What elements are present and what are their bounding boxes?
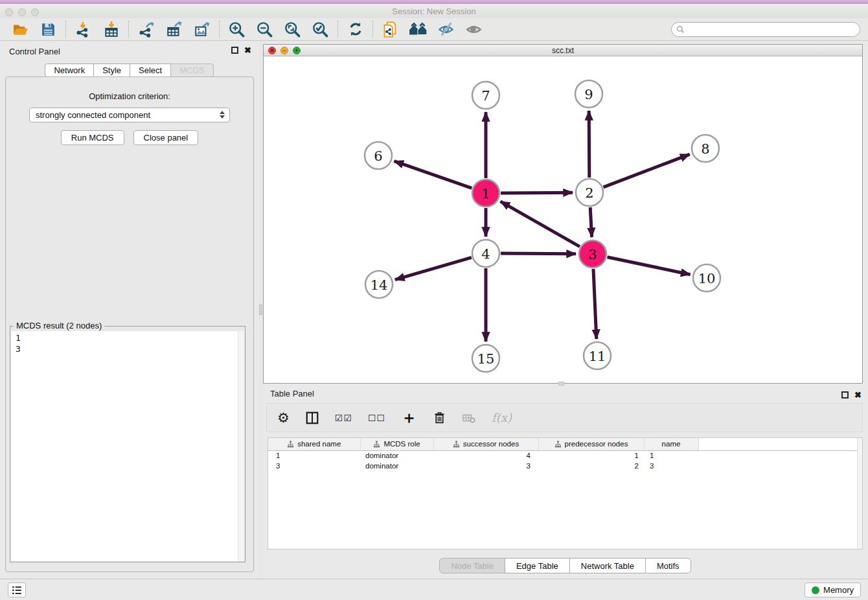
memory-button[interactable]: Memory xyxy=(805,583,861,597)
graph-node-label: 10 xyxy=(698,271,716,286)
float-panel-icon[interactable] xyxy=(841,391,849,398)
import-network-button[interactable] xyxy=(69,19,97,39)
table-cell[interactable]: 3 xyxy=(433,461,538,471)
delete-table-icon xyxy=(462,411,476,425)
graph-edge-2-9[interactable] xyxy=(589,111,589,178)
toolbar-separator xyxy=(372,21,373,38)
table-tab-bar: Node Table Edge Table Network Table Moti… xyxy=(263,558,868,573)
network-canvas[interactable]: 7968124314101511 xyxy=(264,57,862,383)
close-panel-icon[interactable]: ✖ xyxy=(854,391,862,398)
table-settings-button[interactable]: ⚙ xyxy=(277,411,290,424)
export-table-button[interactable] xyxy=(160,19,188,39)
graph-edge-3-1[interactable] xyxy=(501,202,580,247)
table-row[interactable]: 3dominator323 xyxy=(268,461,862,471)
float-panel-icon[interactable] xyxy=(231,47,238,54)
column-header-mcds-role[interactable]: MCDS role xyxy=(360,438,433,450)
toolbar-separator xyxy=(219,21,220,38)
graph-node-label: 9 xyxy=(584,87,593,102)
delete-table-button[interactable] xyxy=(462,411,476,425)
network-window-titlebar[interactable]: ✕ − + scc.txt xyxy=(264,45,862,56)
tab-edge-table[interactable]: Edge Table xyxy=(505,558,570,573)
memory-status-icon xyxy=(812,586,819,594)
table-panel-title: Table Panel xyxy=(270,389,314,398)
column-header-predecessor-nodes[interactable]: predecessor nodes xyxy=(538,438,644,450)
save-session-button[interactable] xyxy=(34,19,62,39)
control-panel-title: Control Panel xyxy=(9,47,60,56)
column-header-successor-nodes[interactable]: successor nodes xyxy=(433,438,538,450)
home-button[interactable] xyxy=(404,19,432,39)
zoom-out-button[interactable] xyxy=(251,19,279,39)
window-title: Session: New Session xyxy=(0,6,868,16)
graph-edge-1-2[interactable] xyxy=(501,192,573,193)
save-floppy-icon xyxy=(40,21,56,38)
function-builder-button[interactable]: f(x) xyxy=(492,411,512,424)
column-header-name[interactable]: name xyxy=(644,438,698,450)
zoom-selected-icon xyxy=(312,21,329,38)
close-panel-button[interactable]: Close panel xyxy=(133,130,199,145)
mcds-result-text[interactable]: 1 3 xyxy=(11,331,238,561)
tab-mcds[interactable]: MCDS xyxy=(170,63,213,77)
export-network-button[interactable] xyxy=(132,19,160,39)
graph-edge-4-14[interactable] xyxy=(395,257,472,279)
panel-layout-button[interactable] xyxy=(305,411,319,425)
vertical-splitter-handle[interactable] xyxy=(259,305,262,315)
main-toolbar xyxy=(0,18,868,41)
graph-edge-1-6[interactable] xyxy=(394,161,472,189)
eye-icon xyxy=(465,21,483,38)
table-toolbar: ⚙ ☑☑ ☐☐ ＋ xyxy=(266,403,863,432)
mcds-result-scrollbar[interactable] xyxy=(238,331,244,561)
select-all-rows-button[interactable]: ☑☑ xyxy=(335,413,352,423)
tab-motifs[interactable]: Motifs xyxy=(645,558,691,573)
create-column-button[interactable]: ＋ xyxy=(401,410,417,426)
task-history-button[interactable] xyxy=(8,583,26,597)
mcds-result-group: MCDS result (2 nodes) 1 3 xyxy=(10,326,246,562)
graph-edge-4-3[interactable] xyxy=(501,253,576,254)
hide-selected-button[interactable] xyxy=(432,19,460,39)
table-row[interactable]: 1dominator411 xyxy=(268,450,862,461)
table-cell[interactable]: 1 xyxy=(538,450,644,461)
search-input[interactable] xyxy=(688,25,855,34)
status-bar: Memory xyxy=(0,579,868,600)
control-panel-buttons: ✖ xyxy=(231,47,251,54)
optimization-criterion-label: Optimization criterion: xyxy=(6,91,253,101)
zoom-fit-button[interactable] xyxy=(279,19,306,39)
table-cell[interactable]: 1 xyxy=(268,450,360,461)
table-cell[interactable]: 4 xyxy=(433,450,538,461)
run-mcds-button[interactable]: Run MCDS xyxy=(61,130,124,145)
mcds-panel: Optimization criterion: strongly connect… xyxy=(5,76,254,572)
zoom-selected-button[interactable] xyxy=(306,19,334,39)
optimization-criterion-select[interactable]: strongly connected component xyxy=(29,108,230,122)
zoom-in-button[interactable] xyxy=(223,19,251,39)
close-panel-icon[interactable]: ✖ xyxy=(244,47,251,54)
search-box[interactable] xyxy=(671,22,860,37)
tab-style[interactable]: Style xyxy=(93,63,130,77)
table-cell[interactable]: 3 xyxy=(268,461,360,471)
open-session-button[interactable] xyxy=(6,19,34,39)
tab-network-table[interactable]: Network Table xyxy=(569,558,646,573)
table-cell[interactable]: 2 xyxy=(538,461,644,471)
tab-network[interactable]: Network xyxy=(45,63,94,77)
export-image-button[interactable] xyxy=(188,19,216,39)
refresh-button[interactable] xyxy=(341,19,369,39)
table-cell[interactable]: 3 xyxy=(644,461,698,471)
tab-select[interactable]: Select xyxy=(130,63,171,77)
table-scrollbar[interactable] xyxy=(857,438,862,549)
import-table-button[interactable] xyxy=(97,19,125,39)
network-window-title: scc.txt xyxy=(264,46,862,55)
graph-edge-2-3[interactable] xyxy=(590,207,591,237)
network-from-selection-button[interactable] xyxy=(376,19,404,39)
table-panel: Table Panel ✖ ⚙ ☑☑ ☐☐ ＋ xyxy=(263,386,868,577)
column-header-shared-name[interactable]: shared name xyxy=(268,438,360,450)
table-cell[interactable]: dominator xyxy=(360,450,433,461)
show-hidden-button[interactable] xyxy=(460,19,488,39)
table-cell[interactable]: 1 xyxy=(644,450,698,461)
graph-edge-3-10[interactable] xyxy=(608,257,691,275)
deselect-all-rows-button[interactable]: ☐☐ xyxy=(368,413,385,423)
mac-titlebar: Session: New Session xyxy=(0,4,868,18)
graph-edge-3-11[interactable] xyxy=(593,269,597,339)
table-cell[interactable]: dominator xyxy=(360,461,433,471)
zoom-out-icon xyxy=(256,21,273,38)
delete-column-button[interactable] xyxy=(433,411,446,424)
graph-edge-2-8[interactable] xyxy=(604,154,690,187)
tab-node-table[interactable]: Node Table xyxy=(439,558,505,573)
